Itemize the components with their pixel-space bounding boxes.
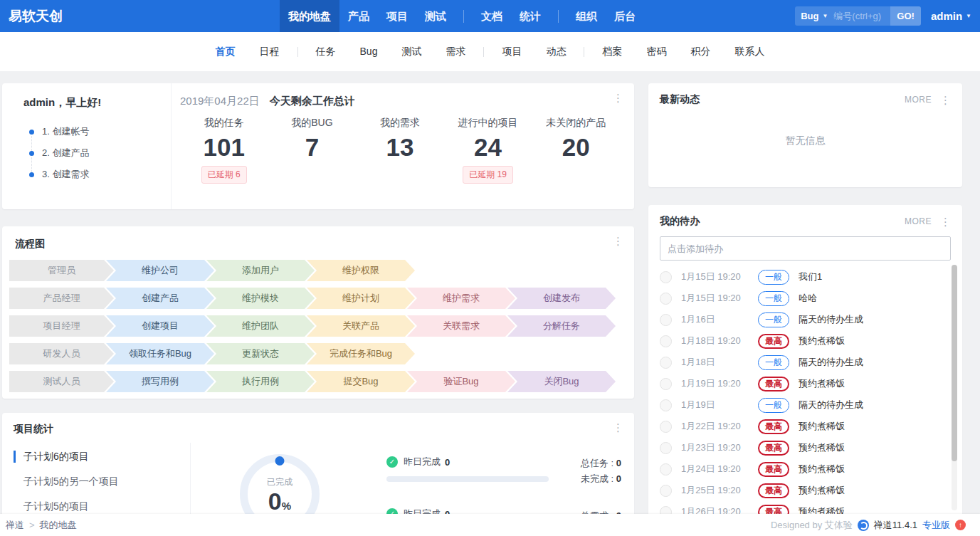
todo-item[interactable]: 1月15日 19:20 一般 我们1 — [660, 266, 951, 288]
scrollbar-track[interactable] — [952, 265, 957, 510]
upgrade-icon[interactable]: ↑ — [955, 520, 966, 530]
todo-checkbox[interactable] — [660, 314, 672, 326]
todo-checkbox[interactable] — [660, 485, 672, 497]
breadcrumb-home[interactable]: 禅道 — [6, 519, 24, 532]
todo-item[interactable]: 1月22日 19:20 最高 预约煮稀饭 — [660, 416, 951, 437]
todo-title[interactable]: 预约煮稀饭 — [799, 377, 845, 390]
kebab-menu-icon[interactable]: ⋮ — [613, 236, 623, 246]
todo-title[interactable]: 隔天的待办生成 — [799, 399, 863, 411]
workflow-step[interactable]: 维护模块 — [206, 288, 315, 309]
workflow-step[interactable]: 关闭Bug — [507, 371, 616, 392]
secondary-nav-item[interactable]: 动态 — [534, 32, 578, 71]
project-list-item[interactable]: 子计划6的项目 — [2, 444, 190, 469]
secondary-nav-item[interactable]: 测试 — [389, 32, 433, 71]
todo-item[interactable]: 1月18日 一般 隔天的待办生成 — [660, 352, 951, 373]
todo-checkbox[interactable] — [660, 357, 672, 369]
scrollbar-thumb[interactable] — [952, 265, 957, 461]
todo-title[interactable]: 预约煮稀饭 — [799, 484, 845, 497]
todo-checkbox[interactable] — [660, 399, 672, 411]
workflow-step[interactable]: 创建项目 — [106, 315, 214, 337]
onboarding-step[interactable]: 1. 创建帐号 — [23, 121, 171, 142]
workflow-step[interactable]: 提交Bug — [307, 371, 415, 392]
todo-item[interactable]: 1月24日 19:20 最高 预约煮稀饭 — [660, 458, 951, 480]
workflow-step[interactable]: 维护公司 — [106, 260, 214, 281]
workflow-step[interactable]: 添加用户 — [206, 260, 315, 281]
app-logo[interactable]: 易软天创 — [9, 0, 63, 32]
secondary-nav-item[interactable]: 档案 — [590, 32, 634, 71]
secondary-nav-item[interactable]: 联系人 — [722, 32, 776, 71]
workflow-step[interactable]: 创建发布 — [507, 288, 616, 309]
todo-item[interactable]: 1月23日 19:20 最高 预约煮稀饭 — [660, 437, 951, 458]
primary-nav-item[interactable]: 统计 — [511, 0, 549, 32]
secondary-nav-item[interactable]: 首页 — [204, 32, 248, 71]
primary-nav-item[interactable]: 组织 — [567, 0, 606, 32]
workflow-step[interactable]: 关联产品 — [307, 315, 415, 337]
stat-value[interactable]: 13 — [356, 130, 444, 165]
todo-checkbox[interactable] — [660, 378, 672, 390]
primary-nav-item[interactable]: 我的地盘 — [280, 0, 339, 32]
workflow-step[interactable]: 研发人员 — [9, 343, 114, 364]
primary-nav-item[interactable]: 后台 — [606, 0, 644, 32]
todo-item[interactable]: 1月25日 19:20 最高 预约煮稀饭 — [660, 480, 951, 501]
kebab-menu-icon[interactable]: ⋮ — [613, 422, 623, 433]
workflow-step[interactable]: 领取任务和Bug — [106, 343, 214, 364]
todo-title[interactable]: 哈哈 — [799, 292, 817, 305]
workflow-step[interactable]: 关联需求 — [407, 315, 515, 337]
workflow-step[interactable]: 创建产品 — [106, 288, 214, 309]
secondary-nav-item[interactable]: Bug — [348, 32, 390, 71]
secondary-nav-item[interactable]: 需求 — [433, 32, 478, 71]
workflow-step[interactable]: 维护计划 — [307, 288, 415, 309]
todo-title[interactable]: 预约煮稀饭 — [799, 420, 845, 433]
stat-value[interactable]: 24 — [444, 130, 532, 165]
search-go-button[interactable]: GO! — [890, 6, 921, 26]
primary-nav-item[interactable]: 项目 — [378, 0, 416, 32]
primary-nav-item[interactable]: 文档 — [473, 0, 511, 32]
todo-title[interactable]: 预约煮稀饭 — [799, 463, 845, 475]
primary-nav-item[interactable]: 产品 — [339, 0, 378, 32]
workflow-step[interactable]: 测试人员 — [9, 371, 114, 392]
todo-item[interactable]: 1月18日 19:20 最高 预约煮稀饭 — [660, 330, 951, 352]
todo-checkbox[interactable] — [660, 442, 672, 454]
user-menu[interactable]: admin▼ — [931, 10, 971, 22]
todo-item[interactable]: 1月16日 一般 隔天的待办生成 — [660, 309, 951, 330]
stat-value[interactable]: 20 — [532, 130, 620, 165]
todo-item[interactable]: 1月19日 一般 隔天的待办生成 — [660, 394, 951, 416]
project-list-item[interactable]: 子计划5的另一个项目 — [2, 469, 190, 494]
todo-checkbox[interactable] — [660, 421, 672, 433]
stat-value[interactable]: 101 — [180, 130, 268, 165]
search-type-select[interactable]: Bug▼ — [795, 6, 833, 26]
secondary-nav-item[interactable]: 密码 — [634, 32, 678, 71]
todo-title[interactable]: 我们1 — [799, 270, 822, 283]
secondary-nav-item[interactable]: 积分 — [678, 32, 722, 71]
workflow-step[interactable]: 管理员 — [9, 260, 114, 281]
todo-item[interactable]: 1月19日 19:20 最高 预约煮稀饭 — [660, 373, 951, 394]
workflow-step[interactable]: 项目经理 — [9, 315, 114, 337]
more-link[interactable]: MORE — [905, 95, 932, 105]
workflow-step[interactable]: 产品经理 — [9, 288, 114, 309]
todo-title[interactable]: 隔天的待办生成 — [799, 313, 863, 326]
todo-checkbox[interactable] — [660, 463, 672, 475]
todo-title[interactable]: 预约煮稀饭 — [799, 441, 845, 454]
primary-nav-item[interactable]: 测试 — [416, 0, 455, 32]
workflow-step[interactable]: 维护权限 — [307, 260, 415, 281]
workflow-step[interactable]: 维护需求 — [407, 288, 515, 309]
secondary-nav-item[interactable]: 日程 — [248, 32, 292, 71]
workflow-step[interactable]: 分解任务 — [507, 315, 616, 337]
version-label[interactable]: 禅道11.4.1 — [874, 519, 917, 532]
workflow-step[interactable]: 验证Bug — [407, 371, 515, 392]
secondary-nav-item[interactable]: 项目 — [490, 32, 534, 71]
workflow-step[interactable]: 撰写用例 — [106, 371, 214, 392]
kebab-menu-icon[interactable]: ⋮ — [613, 93, 623, 103]
todo-title[interactable]: 预约煮稀饭 — [799, 335, 845, 347]
onboarding-step[interactable]: 3. 创建需求 — [23, 164, 171, 185]
todo-checkbox[interactable] — [660, 271, 672, 283]
todo-checkbox[interactable] — [660, 293, 672, 305]
onboarding-step[interactable]: 2. 创建产品 — [23, 142, 171, 164]
kebab-menu-icon[interactable]: ⋮ — [940, 95, 951, 105]
todo-item[interactable]: 1月15日 19:20 一般 哈哈 — [660, 288, 951, 309]
kebab-menu-icon[interactable]: ⋮ — [940, 216, 951, 227]
add-todo-input[interactable] — [660, 236, 951, 261]
todo-title[interactable]: 隔天的待办生成 — [799, 356, 863, 369]
edition-link[interactable]: 专业版 — [922, 519, 950, 532]
more-link[interactable]: MORE — [905, 216, 932, 226]
